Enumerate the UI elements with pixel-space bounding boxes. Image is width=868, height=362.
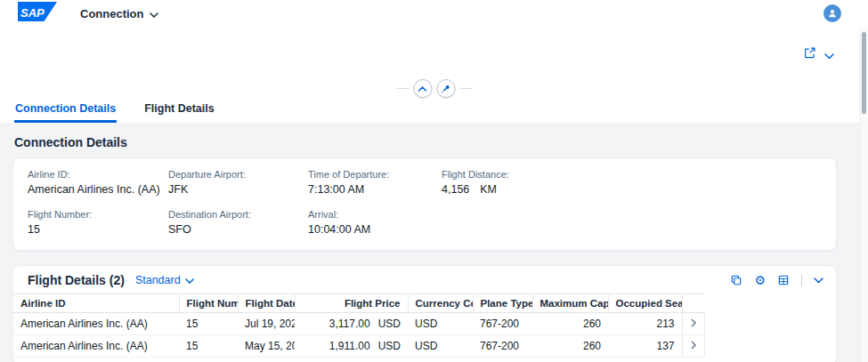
variant-selector[interactable]: Standard <box>135 274 194 286</box>
chevron-down-icon <box>185 274 194 286</box>
row-navigation-chevron[interactable] <box>682 313 704 335</box>
field-destination-airport: Destination Airport: SFO <box>168 209 308 236</box>
chevron-up-icon <box>418 86 427 92</box>
field-flight-number: Flight Number: 15 <box>28 209 168 236</box>
cell-airline-id: American Airlines Inc. (AA) <box>13 313 179 335</box>
object-page-header <box>0 27 868 96</box>
divider <box>459 88 472 89</box>
flight-details-table: Airline ID Flight Num... Flight Date Fli… <box>13 294 705 358</box>
cell-occupied-seats: 137 <box>608 335 682 358</box>
field-label: Time of Departure: <box>308 169 442 180</box>
cell-currency-code: USD <box>408 313 473 335</box>
field-value: JFK <box>168 183 308 196</box>
spreadsheet-icon <box>777 274 790 286</box>
cell-airline-id: American Airlines Inc. (AA) <box>13 335 179 358</box>
price-amount: 1,911.00 <box>329 340 370 352</box>
copy-icon <box>730 274 742 286</box>
column-header-maximum-capacity[interactable]: Maximum Capacity <box>532 294 608 313</box>
cell-flight-price: 1,911.00USD <box>295 335 408 358</box>
cell-flight-date: Jul 19, 2025 <box>238 313 295 335</box>
column-header-plane-type[interactable]: Plane Type <box>473 294 532 313</box>
share-icon <box>803 46 816 63</box>
column-header-currency-code[interactable]: Currency Co... <box>408 294 473 313</box>
variant-label: Standard <box>135 274 181 286</box>
app-title-menu[interactable]: Connection <box>80 5 158 21</box>
export-menu-button[interactable] <box>814 278 823 284</box>
field-value: SFO <box>168 223 308 236</box>
tab-connection-details[interactable]: Connection Details <box>14 102 117 123</box>
field-label: Flight Distance: <box>442 169 822 180</box>
chevron-right-icon <box>691 341 696 350</box>
row-navigation-chevron[interactable] <box>682 335 704 358</box>
cell-flight-number: 15 <box>179 335 238 358</box>
price-currency: USD <box>378 340 401 352</box>
toolbar-separator <box>801 275 802 286</box>
table-header-row: Airline ID Flight Num... Flight Date Fli… <box>13 294 704 313</box>
price-amount: 3,117.00 <box>329 318 370 330</box>
cell-plane-type: 767-200 <box>473 335 532 358</box>
field-label: Airline ID: <box>28 169 168 180</box>
pin-icon <box>441 84 451 94</box>
chevron-right-icon <box>691 318 696 327</box>
column-header-airline-id[interactable]: Airline ID <box>13 294 179 313</box>
cell-maximum-capacity: 260 <box>532 313 608 335</box>
chevron-down-icon <box>824 47 834 63</box>
settings-button[interactable]: ⚙ <box>754 274 766 286</box>
copy-button[interactable] <box>730 274 742 286</box>
field-label: Destination Airport: <box>168 209 308 220</box>
pin-header-button[interactable] <box>436 79 455 98</box>
table-row[interactable]: American Airlines Inc. (AA) 15 Jul 19, 2… <box>13 313 704 335</box>
field-value: 15 <box>28 223 168 236</box>
scrollbar-thumb[interactable] <box>862 32 866 114</box>
user-avatar-button[interactable] <box>823 4 841 22</box>
app-title: Connection <box>80 7 144 20</box>
person-icon <box>827 8 838 19</box>
flight-details-card: Flight Details (2) Standard ⚙ <box>12 265 837 362</box>
collapse-header-button[interactable] <box>413 79 432 98</box>
table-actions: ⚙ <box>730 274 823 286</box>
cell-plane-type: 767-200 <box>473 313 532 335</box>
table-toolbar: Flight Details (2) Standard ⚙ <box>13 266 836 294</box>
field-value: 10:04:00 AM <box>308 223 442 236</box>
tab-flight-details[interactable]: Flight Details <box>143 102 215 123</box>
field-value: American Airlines Inc. (AA) <box>28 183 168 196</box>
cell-flight-number: 15 <box>179 313 238 335</box>
table-title: Flight Details (2) <box>28 273 125 287</box>
divider <box>396 88 409 89</box>
field-value: 4,156KM <box>442 183 822 196</box>
field-time-of-departure: Time of Departure: 7:13:00 AM <box>308 169 442 196</box>
field-value: 7:13:00 AM <box>308 183 442 196</box>
field-airline-id: Airline ID: American Airlines Inc. (AA) <box>28 169 168 196</box>
field-arrival: Arrival: 10:04:00 AM <box>308 209 442 236</box>
chevron-down-icon <box>814 278 823 284</box>
column-header-flight-number[interactable]: Flight Num... <box>179 294 238 313</box>
shell-bar: SAP Connection <box>0 0 868 27</box>
chevron-down-icon <box>150 5 158 21</box>
cell-currency-code: USD <box>408 335 473 358</box>
field-label: Departure Airport: <box>168 169 308 180</box>
field-flight-distance: Flight Distance: 4,156KM <box>442 169 822 196</box>
column-header-occupied-seats[interactable]: Occupied Seats <box>608 294 682 313</box>
field-label: Flight Number: <box>28 209 168 220</box>
connection-details-form: Airline ID: American Airlines Inc. (AA) … <box>28 169 822 236</box>
column-header-flight-date[interactable]: Flight Date <box>238 294 295 313</box>
sap-logo-text: SAP <box>20 6 45 20</box>
sap-logo[interactable]: SAP <box>18 2 57 25</box>
cell-maximum-capacity: 260 <box>532 335 608 358</box>
cell-occupied-seats: 213 <box>608 313 682 335</box>
column-header-flight-price[interactable]: Flight Price <box>295 294 408 313</box>
header-anchor-controls <box>396 79 472 98</box>
vertical-scrollbar[interactable] <box>860 28 868 362</box>
price-currency: USD <box>378 318 401 330</box>
cell-flight-price: 3,117.00USD <box>295 313 408 335</box>
anchor-tab-bar: Connection Details Flight Details <box>0 96 868 123</box>
share-menu-button[interactable] <box>803 46 834 63</box>
section-title-connection-details: Connection Details <box>14 135 837 149</box>
field-departure-airport: Departure Airport: JFK <box>168 169 308 196</box>
distance-unit: KM <box>480 183 497 196</box>
page-content: Connection Details Airline ID: American … <box>0 123 868 362</box>
table-row[interactable]: American Airlines Inc. (AA) 15 May 15, 2… <box>13 335 704 358</box>
export-button[interactable] <box>777 274 790 286</box>
field-label: Arrival: <box>308 209 442 220</box>
connection-details-card: Airline ID: American Airlines Inc. (AA) … <box>12 157 837 251</box>
